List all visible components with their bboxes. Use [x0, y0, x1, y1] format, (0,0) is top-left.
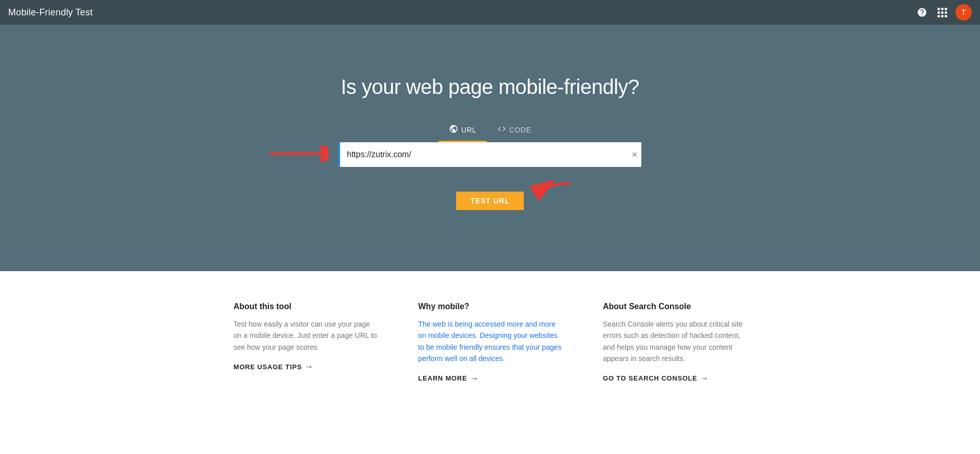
- test-url-button[interactable]: TEST URL: [456, 192, 524, 210]
- info-card-mobile-title: Why mobile?: [418, 302, 562, 311]
- info-card-tool-title: About this tool: [233, 302, 377, 311]
- clear-input-button[interactable]: ×: [628, 145, 641, 164]
- left-annotation-arrow: [267, 141, 328, 168]
- go-to-console-link[interactable]: GO TO SEARCH CONSOLE →: [603, 374, 747, 383]
- url-input[interactable]: [339, 142, 628, 167]
- go-to-console-arrow-icon: →: [700, 374, 709, 383]
- info-card-console: About Search Console Search Console aler…: [603, 302, 747, 383]
- hero-section: Is your web page mobile-friendly? URL CO…: [0, 25, 980, 271]
- app-title: Mobile-Friendly Test: [8, 7, 93, 18]
- tab-url[interactable]: URL: [439, 119, 487, 142]
- info-card-tool-text: Test how easily a visitor can use your p…: [233, 318, 377, 353]
- hero-title: Is your web page mobile-friendly?: [341, 75, 639, 99]
- more-tips-arrow-icon: →: [305, 362, 313, 371]
- learn-more-link[interactable]: LEARN MORE →: [418, 374, 562, 383]
- info-card-mobile-text: The web is being accessed more and more …: [418, 318, 562, 365]
- input-focus-indicator: [339, 142, 340, 167]
- code-icon: [497, 124, 506, 136]
- info-card-tool: About this tool Test how easily a visito…: [233, 302, 377, 383]
- info-card-mobile: Why mobile? The web is being accessed mo…: [418, 302, 562, 383]
- info-section: About this tool Test how easily a visito…: [0, 271, 980, 424]
- info-card-console-text: Search Console alerts you about critical…: [603, 318, 747, 365]
- test-button-area: TEST URL: [456, 179, 524, 210]
- header-actions: T: [915, 4, 972, 21]
- info-card-console-title: About Search Console: [603, 302, 747, 311]
- url-input-container: ×: [339, 142, 641, 167]
- input-tabs: URL CODE: [439, 119, 541, 142]
- globe-icon: [449, 124, 458, 136]
- tab-code-label: CODE: [509, 126, 531, 134]
- help-icon[interactable]: [915, 5, 929, 20]
- tab-code[interactable]: CODE: [487, 119, 541, 142]
- apps-icon[interactable]: [937, 8, 947, 17]
- app-header: Mobile-Friendly Test T: [0, 0, 980, 25]
- more-usage-tips-link[interactable]: MORE USAGE TIPS →: [233, 362, 377, 371]
- user-avatar[interactable]: T: [955, 4, 972, 21]
- tab-url-label: URL: [461, 126, 477, 134]
- right-annotation-arrow: [519, 178, 575, 211]
- learn-more-arrow-icon: →: [470, 374, 479, 383]
